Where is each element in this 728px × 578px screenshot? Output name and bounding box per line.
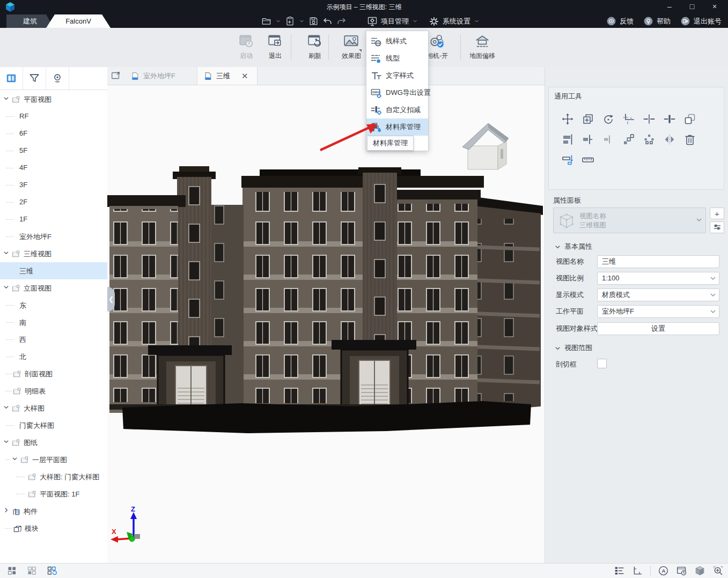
menu-item-DWG导出设置[interactable]: DWGDWG导出设置 [366,84,428,101]
element-selector[interactable]: 视图名称 三维视图 [553,208,706,233]
tree-item-门窗大样图[interactable]: 门窗大样图 [0,417,107,434]
tree-item-大样图[interactable]: 大样图 [0,399,107,417]
tree-item-2F[interactable]: 2F [0,194,107,211]
grid-refresh-button[interactable] [46,565,57,576]
tool-align-left-button[interactable] [598,129,619,150]
chevron-down-icon[interactable] [3,250,9,256]
tool-match-button[interactable] [680,109,700,129]
tool-array-diag-button[interactable] [619,129,639,150]
tree-item-立面视图[interactable]: 立面视图 [0,279,107,297]
tool-mirror-button[interactable] [659,129,680,150]
locate-button[interactable] [46,67,69,90]
menu-item-文字样式[interactable]: 文字样式 [366,67,428,84]
tree-item-构件[interactable]: 构件 [0,502,107,520]
tool-ruler-button[interactable] [578,150,598,170]
chevron-right-icon[interactable] [3,507,9,513]
grid-select-button[interactable] [6,565,18,576]
tool-trash-button[interactable] [680,129,700,150]
help-button[interactable]: 帮助 [643,16,671,26]
section-basic-properties[interactable]: 基本属性 [555,242,592,251]
toolbar-window-exit-button[interactable]: 退出 [259,32,292,63]
tree-item-RF[interactable]: RF [0,108,107,125]
menu-item-线型[interactable]: 线型 [366,50,428,67]
tab-falconv[interactable]: FalconV [46,14,111,28]
paste-clipboard-button[interactable] [285,16,295,26]
add-property-button[interactable]: + [710,208,724,219]
status-circle-a-button[interactable]: A [658,565,669,576]
tree-item-一层平面图[interactable]: 一层平面图 [0,451,107,468]
section-box-checkbox[interactable] [597,359,607,368]
toolbar-render-image-button[interactable]: 效果图 [335,32,368,63]
status-zoom-plus-button[interactable] [712,565,724,576]
sidebar-collapse-handle[interactable]: ❮ [107,287,115,312]
tree-item-4F[interactable]: 4F [0,159,107,176]
close-button[interactable]: × [703,0,726,14]
tool-align-stack-button[interactable] [557,129,578,150]
status-window-clock-button[interactable] [676,565,687,576]
chevron-down-icon[interactable] [3,404,9,410]
float-view-icon[interactable] [111,70,121,81]
toolbar-ground-offset-button[interactable]: 地面偏移 [466,32,499,63]
menu-item-材料库管理[interactable]: 材料库管理 [366,118,428,136]
filter-properties-button[interactable] [710,221,724,233]
tree-item-北[interactable]: 北 [0,348,107,365]
filter-button[interactable] [23,67,46,90]
tree-item-图纸[interactable]: 图纸 [0,434,107,451]
open-folder-button[interactable] [261,16,271,26]
panel-columns-button[interactable] [0,67,23,90]
close-tab-icon[interactable]: ✕ [241,71,248,81]
status-cube3d-button[interactable] [694,565,705,576]
tool-split-bar-button[interactable] [659,109,680,129]
tool-copy-button[interactable] [578,109,598,129]
redo-button[interactable] [336,16,347,26]
tool-move-button[interactable] [557,109,578,129]
undo-button[interactable] [322,16,333,26]
save-button[interactable] [308,16,319,26]
tree-item-3F[interactable]: 3F [0,176,107,194]
maximize-button[interactable]: □ [681,0,703,14]
menu-item-线样式[interactable]: 线样式 [366,33,428,50]
status-layers-list-button[interactable] [614,565,625,576]
tree-item-东[interactable]: 东 [0,297,107,314]
tree-item-西[interactable]: 西 [0,331,107,348]
tool-array-radial-button[interactable] [639,129,659,150]
tool-rotate-button[interactable] [598,109,619,129]
tree-item-南[interactable]: 南 [0,314,107,331]
tool-trim-button[interactable] [619,109,639,129]
chevron-down-icon[interactable] [12,456,18,462]
tree-item-三维视图[interactable]: 三维视图 [0,245,107,262]
object-style-settings-button[interactable]: 设置 [597,322,719,335]
chevron-down-icon[interactable] [3,439,9,444]
tree-item-6F[interactable]: 6F [0,125,107,142]
tool-offset-button[interactable] [557,150,578,170]
minimize-button[interactable]: – [658,0,681,14]
logout-button[interactable]: 退出账号 [680,16,722,26]
tree-item-大样图: 门窗大样图[interactable]: 大样图: 门窗大样图 [0,468,107,485]
view-tab-3d[interactable]: 三维 ✕ [197,67,258,85]
section-view-range[interactable]: 视图范围 [555,343,592,353]
chevron-down-icon[interactable] [3,95,9,101]
view-scale-select[interactable]: 1:100 [597,272,719,285]
menu-item-自定义扣减[interactable]: 自定义扣减 [366,101,428,118]
tree-item-模块[interactable]: 模块 [0,520,107,537]
toolbar-window-refresh-button[interactable]: 刷新 [298,32,332,63]
chevron-down-icon[interactable] [696,217,702,223]
tree-item-三维[interactable]: 三维 [0,262,107,279]
chevron-down-icon[interactable] [3,284,9,290]
tree-item-剖面视图[interactable]: 剖面视图 [0,365,107,382]
model-viewport[interactable]: Z X [107,85,545,563]
display-mode-select[interactable]: 材质模式 [597,288,719,301]
grid-plain-button[interactable] [26,565,38,576]
tool-break-button[interactable] [639,109,659,129]
project-manage-menu[interactable]: 项目管理 [367,16,418,27]
tree-item-平面视图[interactable]: 平面视图 [0,91,107,108]
tree-item-1F[interactable]: 1F [0,211,107,228]
status-crop-corner-button[interactable] [632,565,643,576]
tool-align-right-button[interactable] [578,129,598,150]
view-name-input[interactable] [597,255,719,268]
tree-item-5F[interactable]: 5F [0,142,107,159]
work-plane-select[interactable]: 室外地坪F [597,305,719,318]
view-tab-site[interactable]: 室外地坪F [124,67,197,85]
tree-item-明细表[interactable]: 明细表 [0,382,107,399]
tree-item-平面视图: 1F[interactable]: 平面视图: 1F [0,485,107,502]
